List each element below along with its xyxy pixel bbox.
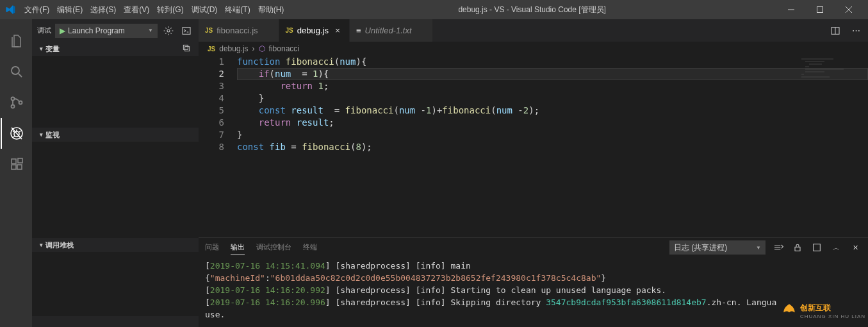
svg-rect-25 [814,244,821,251]
start-debug-icon: ▶ [60,26,65,35]
line-number[interactable]: 4 [199,92,224,105]
svg-point-3 [12,105,15,108]
code-line[interactable]: } [237,129,868,141]
output-channel-dropdown[interactable]: 日志 (共享进程) [669,240,766,255]
open-file-icon[interactable] [810,241,823,254]
variables-section-header[interactable]: 变量 [32,42,199,56]
tab-label: Untitled-1.txt [365,26,412,35]
lock-scroll-icon[interactable] [791,241,804,254]
panel-tab[interactable]: 问题 [205,240,219,255]
output-body[interactable]: [2019-07-16 14:15:41.094] [sharedprocess… [199,257,868,327]
svg-rect-18 [809,63,822,65]
code-line[interactable]: const result = fibonacci(num -1)+fibonac… [237,105,868,117]
line-number[interactable]: 1 [199,56,224,68]
menu-item[interactable]: 选择(S) [86,5,120,14]
svg-rect-8 [12,165,16,169]
panel-tab[interactable]: 终端 [303,240,317,255]
split-editor-icon[interactable] [828,24,842,38]
more-actions-icon[interactable]: ⋯ [849,24,863,38]
svg-rect-7 [12,159,16,164]
svg-rect-13 [183,45,188,49]
output-line: [2019-07-16 14:16:20.996] [sharedprocess… [205,296,862,308]
code-line[interactable]: if(num = 1){ [237,68,868,80]
svg-point-2 [12,97,15,101]
line-number[interactable]: 5 [199,105,224,117]
breadcrumb-file: debug.js [219,44,248,53]
title-bar: 文件(F)编辑(E)选择(S)查看(V)转到(G)调试(D)终端(T)帮助(H)… [0,0,868,19]
callstack-body [32,252,199,316]
activity-debug-icon[interactable] [1,118,31,149]
activity-extensions-icon[interactable] [1,149,31,180]
launch-config-name: Launch Program [68,26,125,35]
code-editor[interactable]: 12345678 function fibonacci(num){ if(num… [199,56,868,237]
clear-output-icon[interactable] [772,241,785,254]
watch-section-header[interactable]: 监视 [32,128,199,142]
editor-tab[interactable]: JSfibonacci.js× [199,19,279,42]
window-close-button[interactable] [834,0,863,19]
watch-label: 监视 [45,130,60,140]
js-file-icon: JS [286,27,293,34]
text-file-icon: ≡ [356,26,361,35]
launch-config-dropdown[interactable]: ▶ Launch Program [55,24,158,38]
svg-rect-16 [801,58,833,60]
window-title: debug.js - VS - Visual Studio Code [管理员] [288,4,776,15]
debug-sidebar: 调试 ▶ Launch Program 变量 监视 调用堆栈 [32,19,199,327]
breadcrumb[interactable]: JS debug.js › ⬡ fibonacci [199,42,868,56]
tab-label: debug.js [297,26,329,35]
svg-rect-19 [805,66,809,67]
menu-item[interactable]: 终端(T) [221,5,254,14]
code-line[interactable]: const fib = fibonacci(8); [237,141,868,153]
callstack-section-header[interactable]: 调用堆栈 [32,238,199,252]
activity-search-icon[interactable] [1,56,31,87]
menu-item[interactable]: 转到(G) [153,5,187,14]
activity-bar [0,19,32,327]
line-number[interactable]: 7 [199,129,224,141]
menu-item[interactable]: 调试(D) [188,5,222,14]
activity-explorer-icon[interactable] [1,26,31,56]
svg-rect-9 [17,165,22,169]
output-channel-label: 日志 (共享进程) [674,242,727,253]
breadcrumb-sep: › [252,44,255,53]
code-line[interactable]: function fibonacci(num){ [237,56,868,68]
code-line[interactable]: return 1; [237,80,868,92]
svg-rect-17 [805,61,824,62]
callstack-label: 调用堆栈 [45,240,74,250]
editor-area: JSfibonacci.js×JSdebug.js×≡Untitled-1.tx… [199,19,868,327]
menu-item[interactable]: 文件(F) [20,5,53,14]
svg-point-1 [12,67,19,74]
output-line: [2019-07-16 14:16:20.992] [sharedprocess… [205,284,862,296]
editor-tab[interactable]: JSdebug.js× [279,19,350,42]
svg-rect-0 [817,7,823,13]
editor-tabs: JSfibonacci.js×JSdebug.js×≡Untitled-1.tx… [199,19,868,42]
menu-item[interactable]: 查看(V) [120,5,153,14]
close-panel-icon[interactable]: ✕ [849,241,862,254]
debug-console-icon[interactable] [179,24,193,38]
tab-label: fibonacci.js [217,26,258,35]
vscode-icon [5,4,15,15]
close-tab-icon[interactable]: × [332,26,343,35]
panel-tab[interactable]: 调试控制台 [256,240,291,255]
code-line[interactable]: } [237,92,868,105]
menu-item[interactable]: 帮助(H) [254,5,288,14]
line-number[interactable]: 2 [199,68,224,80]
svg-rect-22 [801,74,804,75]
menu-item[interactable]: 编辑(E) [53,5,86,14]
line-number[interactable]: 6 [199,117,224,129]
line-number[interactable]: 3 [199,80,224,92]
chevron-up-icon[interactable]: ︿ [830,241,842,254]
window-maximize-button[interactable] [805,0,834,19]
debug-settings-icon[interactable] [161,24,176,38]
minimap[interactable] [798,56,868,237]
line-number[interactable]: 8 [199,141,224,153]
editor-tab[interactable]: ≡Untitled-1.txt× [350,19,433,42]
debug-label: 调试 [37,26,51,35]
bottom-panel-tabs: 问题输出调试控制台终端 日志 (共享进程) ︿ ✕ [199,238,868,257]
svg-rect-14 [185,47,190,51]
output-line: {"machineId":"6b01ddaa50c82c0d2c0d0e55b0… [205,272,862,284]
window-minimize-button[interactable] [776,0,805,19]
collapse-all-icon[interactable] [182,44,191,54]
panel-tab[interactable]: 输出 [231,240,245,255]
code-line[interactable]: return result; [237,117,868,129]
activity-source-control-icon[interactable] [1,87,31,118]
debug-toolbar: 调试 ▶ Launch Program [32,19,199,42]
